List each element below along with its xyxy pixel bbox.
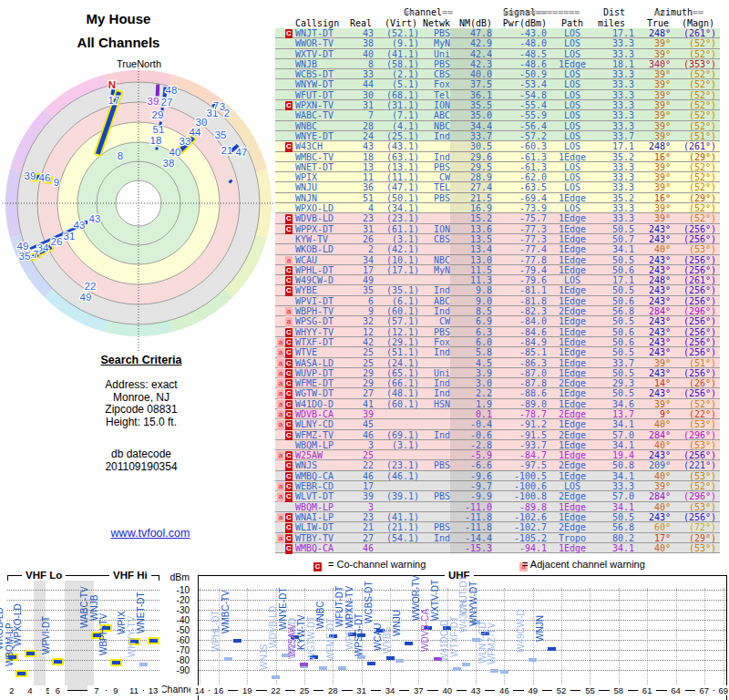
report-subtitle: All Channels <box>36 35 200 50</box>
table-row: CWHYY-TV12(12.1)PBS6.3-84.61Edge50.6243°… <box>275 327 720 337</box>
channel-tick: 31 <box>353 685 371 695</box>
grid-line <box>504 588 505 690</box>
table-row: CWNJS22(23.1)PBS-6.6-97.52Edge50.8209°(2… <box>275 460 720 470</box>
radar-channel-label: N <box>108 79 116 90</box>
dbm-tick: -70 <box>162 645 190 655</box>
table-row: aWBPH-TV9(60.1)Ind8.5-82.32Edge56.8284°(… <box>275 306 720 316</box>
grid-line <box>647 588 648 690</box>
channel-tick: 14 <box>190 685 209 695</box>
station-label: WPVI-DT <box>41 616 52 654</box>
dbm-axis-title: dBm <box>162 571 190 582</box>
station-bar <box>148 637 159 644</box>
channel-tick: 2 <box>3 685 21 695</box>
table-row: CW43CH43(43.1)30.5-60.3LOS17.1248°(261°) <box>275 141 720 151</box>
bar-fill <box>155 147 158 149</box>
dbm-tick: -90 <box>162 665 190 675</box>
co-channel-text: = Co-channel warning <box>328 559 426 570</box>
table-row: aCWFME-DT29(66.1)Ind3.0-87.82Edge29.314°… <box>275 378 720 388</box>
station-bar <box>405 642 413 645</box>
station-bar <box>548 647 556 651</box>
radar-channel-label: 39 <box>25 170 36 181</box>
radar-channel-label: 51 <box>153 124 165 135</box>
dbm-tick: -80 <box>162 655 190 665</box>
bar-fill <box>156 84 160 96</box>
table-row: aCWTBY-TV27(54.1)Ind-14.4-105.2Tropo80.2… <box>275 533 720 543</box>
table-row: aCWTXF-DT42(29.1)Fox6.0-84.91Edge50.6243… <box>275 337 720 347</box>
grid-line <box>533 588 534 690</box>
grid-line <box>7 660 159 661</box>
table-row: CWPHL-DT17(17.1)MyN11.5-79.41Edge50.6243… <box>275 265 720 275</box>
adjacent-channel-text: = Adjacent channel warning <box>522 559 645 570</box>
criteria-city: Monroe, NJ <box>55 392 228 405</box>
station-label: WNJU <box>392 610 403 636</box>
station-label: WNET-DT <box>136 592 147 634</box>
grid-line <box>199 660 726 661</box>
station-label: WXTV-DT <box>430 580 441 621</box>
radar-channel-label: 9 <box>54 177 59 188</box>
table-row: WNJB8(58.1)PBS42.3-48.61Edge18.1340°(353… <box>275 59 720 69</box>
channel-tick: 4 <box>21 685 39 695</box>
radar-channel-label: 47 <box>236 147 248 158</box>
channel-tick: 67 <box>695 685 714 695</box>
channel-tick: 43 <box>467 685 485 695</box>
table-row: aCWTVE25(51.1)Ind5.8-85.11Edge50.5243°(2… <box>275 347 720 357</box>
channel-tick: 52 <box>552 685 570 695</box>
table-row: WNJN51(50.1)PBS21.5-69.41Edge35.216°(29°… <box>275 193 720 203</box>
grid-line <box>676 588 677 690</box>
radar-station-bar <box>155 147 158 149</box>
radar-channel-label: 22 <box>85 281 97 292</box>
channel-tick: 28 <box>323 685 342 695</box>
station-bar <box>233 639 241 643</box>
station-bar <box>529 658 537 662</box>
table-row: CWMBQ-CA46-15.3-94.11Edge34.140°(53°) <box>275 543 720 553</box>
table-row: WCBS-DT33(2.1)CBS40.0-50.9LOS33.339°(52°… <box>275 69 720 79</box>
channel-tick: 64 <box>667 685 685 695</box>
grid-line <box>247 588 248 690</box>
table-row: CWDVB-LD23(23.1)15.2-75.71Edge33.339°(52… <box>275 213 720 223</box>
channel-tick: 37 <box>409 685 427 695</box>
radar-plot: N178394827295118403833443031732352147394… <box>2 68 275 351</box>
table-row: aWCAU34(10.1)NBC13.0-77.81Edge50.5243°(2… <box>275 255 720 265</box>
tvfool-link-wrap: www.tvfool.com <box>91 527 210 540</box>
tvfool-link[interactable]: www.tvfool.com <box>111 527 190 540</box>
datecode-label: db datecode <box>55 448 228 461</box>
station-bar <box>110 659 122 666</box>
station-bar <box>139 663 148 666</box>
table-row: CWFMZ-TV46(69.1)Ind-0.6-91.52Edge57.0284… <box>275 430 720 440</box>
table-header-groups: ==Channel== ========Signal======== Dist … <box>275 7 720 18</box>
channel-tick: 49 <box>524 685 542 695</box>
table-row: aCWNAI-LP23(41.1)-11.8-102.61Edge50.5243… <box>275 512 720 522</box>
uhf-band-chart: UHF WPHL-DTWMBC-TVWNJSWDVB-LDWNYE-DTWASA… <box>198 575 727 700</box>
channel-tick: 13 <box>144 685 162 695</box>
table-row: aCWUVP-DT29(65.1)Uni3.9-87.01Edge50.5243… <box>275 368 720 378</box>
radar-channel-label: 43 <box>74 220 86 231</box>
channel-tick: 34 <box>381 685 399 695</box>
radar-channel-label: 46 <box>39 172 51 183</box>
station-label: WCBS-DT <box>364 581 375 623</box>
datecode-value: 201109190354 <box>55 461 228 474</box>
channel-tick: 40 <box>438 685 457 695</box>
table-row: WXTV-DT40(41.1)Uni42.4-48.5LOS33.339°(52… <box>275 49 720 59</box>
dbm-tick: -20 <box>162 595 190 605</box>
radar-channel-label: 48 <box>166 85 178 96</box>
radar-channel-label: 7 <box>213 100 219 111</box>
station-bar <box>272 675 280 679</box>
table-row: CWPPX-DT31(61.1)ION13.6-77.31Edge50.5243… <box>275 224 720 234</box>
radar-channel-label: 8 <box>118 150 123 161</box>
station-bar <box>319 666 327 670</box>
table-row: WBQM-LP3(3.1)-2.8-93.71Edge34.140°(53°) <box>275 440 720 450</box>
table-row: aWPSG-DT32(57.1)CW6.9-84.01Edge50.5243°(… <box>275 316 720 326</box>
table-row: aCWEBR-CD17-9.7-100.6LOS33.339°(52°) <box>275 481 720 491</box>
table-row: CWMBQ-CA46(46.1)-9.6-100.51Edge34.140°(5… <box>275 471 720 481</box>
station-bar <box>224 657 232 661</box>
radar-channel-label: 40 <box>169 147 181 158</box>
radar-channel-label: 21 <box>221 145 233 156</box>
channel-tick: 9 <box>107 685 125 695</box>
co-channel-warning-icon: C <box>285 544 293 554</box>
search-criteria: Search Criteria Address: exact Monroe, N… <box>55 354 228 473</box>
table-row: WWOR-TV38(9.1)MyN42.9-48.0LOS33.339°(52°… <box>275 38 720 48</box>
radar-channel-label: 35 <box>215 129 227 140</box>
dbm-tick: -10 <box>162 585 190 595</box>
station-label: WPXO-LD <box>13 604 24 647</box>
channel-tick: 19 <box>238 685 256 695</box>
